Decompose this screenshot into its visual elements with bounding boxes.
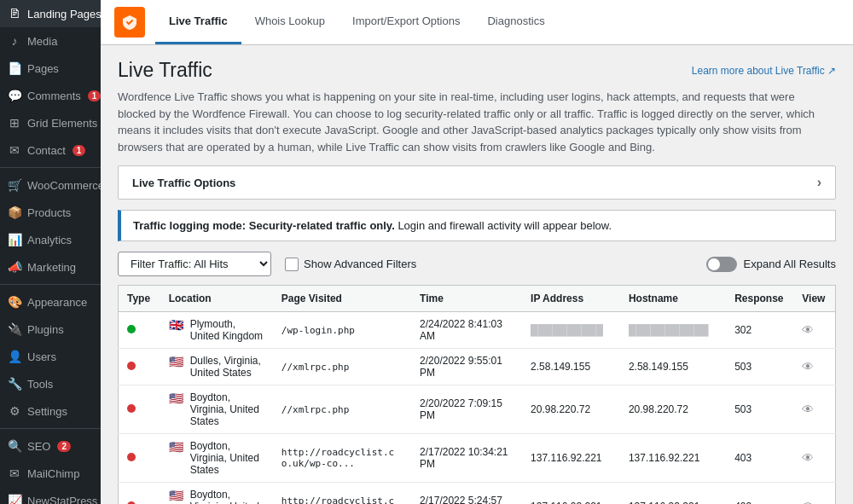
sidebar-item-seo[interactable]: 🔍 SEO 2 [0,432,101,460]
expand-toggle-switch[interactable] [706,257,737,272]
page-title: Live Traffic [118,59,212,82]
grid-elements-icon: ⊞ [7,115,22,130]
table-row: 🇺🇸 Boydton, Virginia, United States http… [119,483,836,505]
notice-bold: Traffic logging mode: Security-related t… [133,219,395,232]
show-advanced-filters-text: Show Advanced Filters [304,258,416,270]
sidebar-separator-3 [0,428,101,429]
row-ip-1: 2.58.149.155 [522,349,620,385]
col-header-response: Response [726,286,793,312]
row-page-1: //xmlrpc.php [273,349,411,385]
status-dot-2 [127,404,136,413]
view-eye-icon-2[interactable]: 👁 [802,403,814,416]
woocommerce-icon: 🛒 [7,177,22,193]
row-location-3: 🇺🇸 Boydton, Virginia, United States [160,434,273,483]
status-dot-1 [127,362,136,370]
row-view-2[interactable]: 👁 [793,385,835,434]
row-response-3: 403 [726,434,793,483]
settings-icon: ⚙ [7,403,22,419]
row-location-1: 🇺🇸 Dulles, Virginia, United States [160,349,273,385]
sidebar-item-comments[interactable]: 💬 Comments 1 [0,82,101,109]
sidebar-item-tools[interactable]: 🔧 Tools [0,370,101,397]
row-location-2: 🇺🇸 Boydton, Virginia, United States [160,385,273,434]
sidebar-item-landing-pages[interactable]: 🖹 Landing Pages [0,0,101,27]
row-time-1: 2/20/2022 9:55:01 PM [411,349,522,385]
row-ip-3: 137.116.92.221 [522,434,620,483]
flag-icon-0: 🇬🇧 [169,318,183,332]
status-dot-3 [127,453,136,461]
row-hostname-3: 137.116.92.221 [620,434,726,483]
tab-live-traffic[interactable]: Live Traffic [155,0,241,44]
marketing-icon: 📣 [7,259,22,275]
col-header-location: Location [160,286,273,312]
sidebar-separator-1 [0,167,101,168]
filter-traffic-select[interactable]: Filter Traffic: All Hits [118,252,271,276]
row-type-1 [119,349,160,385]
sidebar-item-media[interactable]: ♪ Media [0,27,101,55]
sidebar-separator-2 [0,284,101,285]
row-time-4: 2/17/2022 5:24:57 PM [411,483,522,505]
sidebar-item-products[interactable]: 📦 Products [0,199,101,226]
options-title: Live Traffic Options [132,177,235,189]
row-page-2: //xmlrpc.php [273,385,411,434]
expand-all-toggle[interactable]: Expand All Results [706,257,836,272]
comments-badge: 1 [88,90,101,101]
flag-icon-3: 🇺🇸 [169,440,183,454]
row-type-4 [119,483,160,505]
table-row: 🇬🇧 Plymouth, United Kingdom /wp-login.ph… [119,312,836,349]
row-time-3: 2/17/2022 10:34:21 PM [411,434,522,483]
col-header-type: Type [119,286,160,312]
row-view-4[interactable]: 👁 [793,483,835,505]
row-hostname-4: 137.116.92.221 [620,483,726,505]
table-body: 🇬🇧 Plymouth, United Kingdom /wp-login.ph… [119,312,836,505]
row-location-0: 🇬🇧 Plymouth, United Kingdom [160,312,273,349]
row-time-2: 2/20/2022 7:09:15 PM [411,385,522,434]
row-page-3: http://roadcyclist.co.uk/wp-co... [273,434,411,483]
expand-all-label: Expand All Results [744,258,836,270]
row-ip-0: ██████████ [522,312,620,349]
learn-more-link[interactable]: Learn more about Live Traffic ↗ [692,65,836,77]
top-nav: Live Traffic Whois Lookup Import/Export … [101,0,853,45]
main-content: Live Traffic Whois Lookup Import/Export … [101,0,853,504]
show-advanced-filters-checkbox[interactable] [285,258,299,271]
sidebar-item-contact[interactable]: ✉ Contact 1 [0,136,101,164]
mailchimp-icon: ✉ [7,466,22,481]
products-icon: 📦 [7,205,22,220]
view-eye-icon-0[interactable]: 👁 [802,323,814,337]
sidebar-item-marketing[interactable]: 📣 Marketing [0,253,101,281]
seo-icon: 🔍 [7,438,22,454]
sidebar-item-grid-elements[interactable]: ⊞ Grid Elements [0,109,101,136]
traffic-table: Type Location Page Visited Time IP Addre… [118,285,836,504]
table-row: 🇺🇸 Boydton, Virginia, United States http… [119,434,836,483]
view-eye-icon-3[interactable]: 👁 [802,451,814,465]
row-view-0[interactable]: 👁 [793,312,835,349]
view-eye-icon-4[interactable]: 👁 [802,500,814,504]
row-hostname-2: 20.98.220.72 [620,385,726,434]
sidebar-item-plugins[interactable]: 🔌 Plugins [0,316,101,343]
sidebar-item-appearance[interactable]: 🎨 Appearance [0,288,101,316]
tools-icon: 🔧 [7,376,22,391]
view-eye-icon-1[interactable]: 👁 [802,360,814,374]
tab-whois-lookup[interactable]: Whois Lookup [241,0,339,44]
tab-import-export[interactable]: Import/Export Options [339,0,473,44]
sidebar-item-analytics[interactable]: 📊 Analytics [0,226,101,253]
sidebar-item-users[interactable]: 👤 Users [0,343,101,370]
content-area: Live Traffic Learn more about Live Traff… [101,45,853,504]
options-header[interactable]: Live Traffic Options › [119,166,835,199]
sidebar-item-woocommerce[interactable]: 🛒 WooCommerce [0,171,101,199]
sidebar-item-pages[interactable]: 📄 Pages [0,55,101,82]
row-view-1[interactable]: 👁 [793,349,835,385]
col-header-time: Time [411,286,522,312]
traffic-notice: Traffic logging mode: Security-related t… [118,210,836,241]
page-title-row: Live Traffic Learn more about Live Traff… [118,59,836,82]
row-view-3[interactable]: 👁 [793,434,835,483]
sidebar-item-newstatpress[interactable]: 📈 NewStatPress [0,487,101,504]
sidebar-item-settings[interactable]: ⚙ Settings [0,397,101,425]
row-page-4: http://roadcyclist.co.uk/wp-co... [273,483,411,505]
media-icon: ♪ [7,33,22,49]
flag-icon-1: 🇺🇸 [169,355,183,368]
sidebar-item-mailchimp[interactable]: ✉ MailChimp [0,460,101,487]
row-type-2 [119,385,160,434]
tab-diagnostics[interactable]: Diagnostics [473,0,558,44]
show-advanced-filters-label[interactable]: Show Advanced Filters [285,258,416,271]
seo-badge: 2 [57,441,71,452]
